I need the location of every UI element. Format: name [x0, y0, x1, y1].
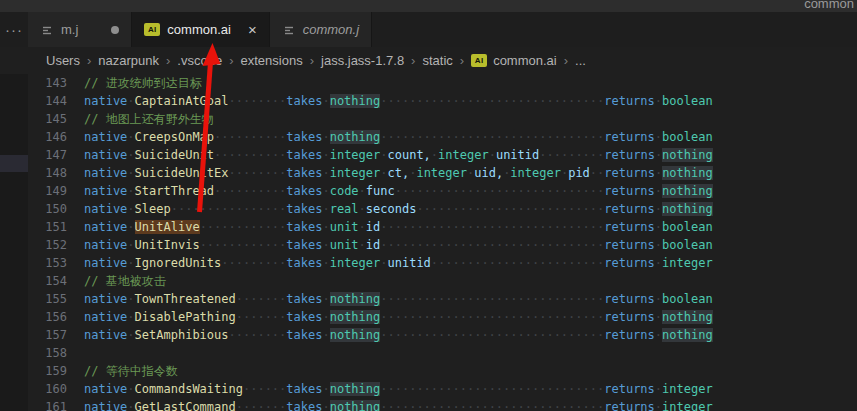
line-number: 160 — [28, 380, 84, 398]
code-line[interactable]: 144native·CaptainAtGoal········takes·not… — [28, 92, 857, 110]
window-title: common — [804, 0, 854, 11]
tab-label: m.j — [61, 22, 78, 37]
breadcrumb-label: jass.jass-1.7.8 — [321, 53, 404, 68]
tab-label: common.j — [303, 22, 359, 37]
code-line[interactable]: 161native·GetLastCommand·······takes·not… — [28, 398, 857, 411]
breadcrumb-separator: › — [564, 53, 568, 68]
breadcrumb: Users›nazarpunk›.vscode›extensions›jass.… — [0, 47, 857, 74]
tab-overflow-button[interactable]: ··· — [0, 12, 28, 47]
breadcrumb-item-static[interactable]: static — [422, 53, 452, 68]
tab-m.j[interactable]: m.j — [28, 12, 132, 47]
code-line[interactable]: 153native·IgnoredUnits·········takes·int… — [28, 254, 857, 272]
tab-common.ai[interactable]: AIcommon.ai× — [132, 12, 269, 47]
line-number: 157 — [28, 326, 84, 344]
code-text: // 进攻统帅到达目标 — [84, 74, 202, 92]
line-number: 151 — [28, 218, 84, 236]
code-line[interactable]: 159// 等待中指令数 — [28, 362, 857, 380]
code-line[interactable]: 147native·SuicideUnit··········takes·int… — [28, 146, 857, 164]
code-editor[interactable]: 143// 进攻统帅到达目标144native·CaptainAtGoal···… — [28, 74, 857, 411]
line-number: 156 — [28, 308, 84, 326]
line-number: 155 — [28, 290, 84, 308]
breadcrumb-item-Users[interactable]: Users — [46, 53, 80, 68]
breadcrumb-label: nazarpunk — [98, 53, 159, 68]
code-line[interactable]: 158 — [28, 344, 857, 362]
code-text: native·SuicideUnit··········takes·intege… — [84, 146, 713, 164]
code-line[interactable]: 156native·DisablePathing·······takes·not… — [28, 308, 857, 326]
line-number: 148 — [28, 164, 84, 182]
code-line[interactable]: 151native·UnitAlive············takes·uni… — [28, 218, 857, 236]
window-titlebar: common — [0, 0, 857, 12]
breadcrumb-label: extensions — [241, 53, 303, 68]
code-text: // 地图上还有野外生物 — [84, 110, 214, 128]
breadcrumb-label: Users — [46, 53, 80, 68]
code-text: // 等待中指令数 — [84, 362, 178, 380]
code-line[interactable]: 154// 基地被攻击 — [28, 272, 857, 290]
breadcrumb-label: ... — [575, 53, 586, 68]
breadcrumb-separator: › — [229, 53, 233, 68]
line-number: 153 — [28, 254, 84, 272]
code-text: native·TownThreatened·······takes·nothin… — [84, 290, 713, 308]
code-text: native·CommandsWaiting······takes·nothin… — [84, 380, 713, 398]
breadcrumb-label: common.ai — [493, 53, 557, 68]
breadcrumb-item-extensions[interactable]: extensions — [241, 53, 303, 68]
code-text: native·SetAmphibious········takes·nothin… — [84, 326, 713, 344]
code-text: native·GetLastCommand·······takes·nothin… — [84, 398, 713, 411]
line-number: 158 — [28, 344, 84, 362]
close-icon[interactable]: × — [248, 22, 257, 37]
code-text: native·UnitInvis············takes·unit·i… — [84, 236, 713, 254]
code-text: native·StartThread··········takes·code·f… — [84, 182, 713, 200]
ai-file-icon: AI — [471, 54, 487, 67]
tab-bar: ··· m.jAIcommon.ai×common.j — [0, 12, 857, 47]
code-line[interactable]: 146native·CreepsOnMap··········takes·not… — [28, 128, 857, 146]
ai-file-icon: AI — [144, 23, 160, 36]
code-line[interactable]: 148native·SuicideUnitEx········takes·int… — [28, 164, 857, 182]
code-text: native·IgnoredUnits·········takes·intege… — [84, 254, 713, 272]
code-text: native·UnitAlive············takes·unit·i… — [84, 218, 713, 236]
breadcrumb-separator: › — [460, 53, 464, 68]
modified-indicator-dot[interactable] — [111, 26, 119, 34]
tabs-container: m.jAIcommon.ai×common.j — [28, 12, 372, 47]
code-text: native·DisablePathing·······takes·nothin… — [84, 308, 713, 326]
line-number: 144 — [28, 92, 84, 110]
text-file-icon — [40, 23, 54, 37]
breadcrumb-label: static — [422, 53, 452, 68]
line-number: 159 — [28, 362, 84, 380]
line-number: 147 — [28, 146, 84, 164]
code-text: // 基地被攻击 — [84, 272, 166, 290]
code-text: native·CreepsOnMap··········takes·nothin… — [84, 128, 713, 146]
line-number: 143 — [28, 74, 84, 92]
breadcrumb-item-...[interactable]: ... — [575, 53, 586, 68]
tab-common.j[interactable]: common.j — [270, 12, 372, 47]
code-text: native·SuicideUnitEx········takes·intege… — [84, 164, 713, 182]
breadcrumb-item-jass.jass-1.7.8[interactable]: jass.jass-1.7.8 — [321, 53, 404, 68]
code-text: native·CaptainAtGoal········takes·nothin… — [84, 92, 713, 110]
tab-label: common.ai — [167, 22, 231, 37]
code-line[interactable]: 145// 地图上还有野外生物 — [28, 110, 857, 128]
line-number: 149 — [28, 182, 84, 200]
breadcrumb-item-nazarpunk[interactable]: nazarpunk — [98, 53, 159, 68]
code-line[interactable]: 152native·UnitInvis············takes·uni… — [28, 236, 857, 254]
line-number: 150 — [28, 200, 84, 218]
text-file-icon — [282, 23, 296, 37]
left-strip-highlight-band — [0, 155, 28, 172]
code-text: native·Sleep················takes·real·s… — [84, 200, 713, 218]
code-line[interactable]: 150native·Sleep················takes·rea… — [28, 200, 857, 218]
code-line[interactable]: 157native·SetAmphibious········takes·not… — [28, 326, 857, 344]
breadcrumb-item-.vscode[interactable]: .vscode — [177, 53, 222, 68]
code-line[interactable]: 155native·TownThreatened·······takes·not… — [28, 290, 857, 308]
breadcrumb-separator: › — [87, 53, 91, 68]
line-number: 154 — [28, 272, 84, 290]
breadcrumb-separator: › — [166, 53, 170, 68]
breadcrumb-separator: › — [310, 53, 314, 68]
breadcrumb-label: .vscode — [177, 53, 222, 68]
breadcrumb-separator: › — [411, 53, 415, 68]
code-line[interactable]: 149native·StartThread··········takes·cod… — [28, 182, 857, 200]
line-number: 145 — [28, 110, 84, 128]
line-number: 146 — [28, 128, 84, 146]
breadcrumb-item-common.ai[interactable]: AIcommon.ai — [471, 53, 557, 68]
left-panel-strip — [0, 47, 28, 411]
line-number: 161 — [28, 398, 84, 411]
code-line[interactable]: 143// 进攻统帅到达目标 — [28, 74, 857, 92]
code-line[interactable]: 160native·CommandsWaiting······takes·not… — [28, 380, 857, 398]
line-number: 152 — [28, 236, 84, 254]
